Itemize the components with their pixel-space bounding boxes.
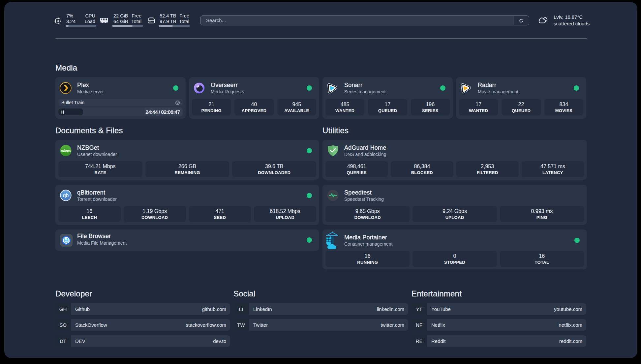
svg-text:nzbget: nzbget bbox=[61, 149, 71, 152]
svg-text:qb: qb bbox=[63, 193, 69, 198]
